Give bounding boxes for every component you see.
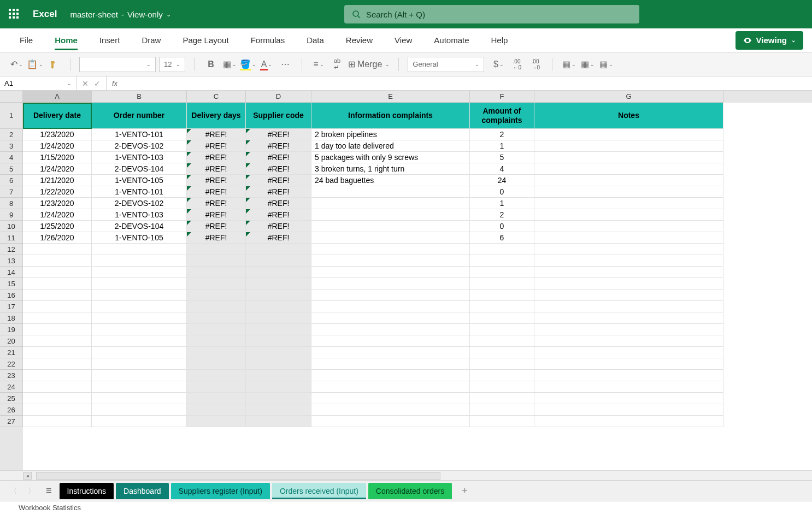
cell[interactable] [23, 370, 92, 381]
cell[interactable] [534, 278, 723, 290]
cell[interactable]: 1/21/2020 [23, 175, 92, 186]
cell[interactable] [311, 347, 470, 358]
font-size-select[interactable]: 12⌄ [159, 57, 185, 72]
column-header-G[interactable]: G [534, 91, 723, 103]
cell[interactable] [534, 335, 723, 347]
formula-input[interactable] [123, 76, 812, 91]
search-input[interactable]: Search (Alt + Q) [344, 5, 639, 23]
cell[interactable] [470, 312, 534, 324]
sheet-tab-consolidated-orders[interactable]: Consolidated orders [368, 483, 452, 499]
cell[interactable] [246, 404, 311, 416]
cell[interactable] [311, 267, 470, 278]
cell[interactable] [534, 244, 723, 255]
cell[interactable] [246, 267, 311, 278]
cell[interactable]: 1 [470, 140, 534, 152]
cell[interactable] [246, 347, 311, 358]
row-header-15[interactable]: 15 [0, 278, 23, 290]
cell[interactable] [534, 347, 723, 358]
cell[interactable]: 1 day too late delivered [311, 140, 470, 152]
cell[interactable]: 1-VENTO-101 [92, 129, 187, 140]
cell[interactable] [187, 324, 246, 335]
cell[interactable]: 1/15/2020 [23, 152, 92, 163]
row-header-17[interactable]: 17 [0, 301, 23, 312]
cell[interactable]: #REF! [246, 175, 311, 186]
cell[interactable] [23, 267, 92, 278]
row-header-1[interactable]: 1 [0, 103, 23, 129]
cell[interactable] [187, 290, 246, 301]
row-header-13[interactable]: 13 [0, 255, 23, 267]
cell[interactable]: #REF! [187, 140, 246, 152]
cell[interactable]: 2 [470, 209, 534, 221]
cell[interactable] [534, 152, 723, 163]
cell[interactable] [470, 301, 534, 312]
cell[interactable] [534, 381, 723, 393]
row-header-22[interactable]: 22 [0, 358, 23, 370]
font-select[interactable]: ⌄ [79, 57, 156, 72]
cell-styles-button[interactable]: ▦⌄ [598, 57, 614, 72]
cell[interactable]: 1/23/2020 [23, 129, 92, 140]
cell[interactable] [534, 290, 723, 301]
cell[interactable] [187, 335, 246, 347]
cell[interactable] [470, 290, 534, 301]
ribbon-tab-automate[interactable]: Automate [423, 28, 480, 52]
cell[interactable] [311, 221, 470, 232]
cell[interactable] [311, 312, 470, 324]
cell[interactable]: 2-DEVOS-104 [92, 163, 187, 175]
cell[interactable] [534, 416, 723, 427]
sheet-tab-instructions[interactable]: Instructions [60, 483, 114, 499]
cell[interactable] [23, 278, 92, 290]
scroll-track[interactable] [36, 472, 440, 480]
cell[interactable] [534, 232, 723, 244]
cell[interactable] [23, 393, 92, 404]
column-header-F[interactable]: F [470, 91, 534, 103]
bold-button[interactable]: B [203, 57, 219, 72]
cell[interactable] [311, 324, 470, 335]
scroll-left-icon[interactable]: ◂ [23, 472, 32, 480]
cell[interactable] [311, 255, 470, 267]
cell[interactable] [470, 255, 534, 267]
cell[interactable]: 2 broken pipelines [311, 129, 470, 140]
cell[interactable] [534, 221, 723, 232]
add-sheet-button[interactable]: + [456, 485, 473, 497]
cell[interactable] [470, 278, 534, 290]
format-painter-button[interactable] [46, 57, 61, 72]
ribbon-tab-formulas[interactable]: Formulas [240, 28, 296, 52]
cell[interactable] [311, 278, 470, 290]
borders-button[interactable]: ▦⌄ [222, 57, 237, 72]
decrease-decimal-button[interactable]: .00→0 [528, 57, 543, 72]
cell[interactable] [311, 358, 470, 370]
row-header-27[interactable]: 27 [0, 416, 23, 427]
cell[interactable] [311, 381, 470, 393]
row-header-26[interactable]: 26 [0, 404, 23, 416]
row-header-7[interactable]: 7 [0, 186, 23, 198]
row-header-24[interactable]: 24 [0, 381, 23, 393]
cell[interactable]: 1-VENTO-105 [92, 232, 187, 244]
ribbon-tab-view[interactable]: View [384, 28, 423, 52]
cell[interactable]: #REF! [187, 175, 246, 186]
cell[interactable] [246, 370, 311, 381]
cell[interactable] [187, 347, 246, 358]
cell[interactable] [246, 255, 311, 267]
clipboard-button[interactable]: 📋⌄ [27, 57, 43, 72]
row-header-25[interactable]: 25 [0, 393, 23, 404]
row-header-14[interactable]: 14 [0, 267, 23, 278]
cell[interactable] [534, 301, 723, 312]
cell[interactable]: #REF! [246, 163, 311, 175]
cell[interactable] [311, 393, 470, 404]
cancel-formula-icon[interactable]: ✕ [82, 79, 89, 88]
cell[interactable] [23, 301, 92, 312]
cell[interactable] [311, 404, 470, 416]
cell[interactable] [534, 186, 723, 198]
cell[interactable] [92, 347, 187, 358]
cell[interactable] [534, 267, 723, 278]
cell[interactable] [187, 416, 246, 427]
cell[interactable] [470, 267, 534, 278]
cell[interactable] [23, 324, 92, 335]
cell[interactable] [23, 244, 92, 255]
cell[interactable]: 1/23/2020 [23, 198, 92, 209]
cell[interactable]: #REF! [187, 198, 246, 209]
cell[interactable] [246, 381, 311, 393]
cell[interactable]: #REF! [246, 152, 311, 163]
cell[interactable]: 1/26/2020 [23, 232, 92, 244]
cell[interactable] [187, 255, 246, 267]
